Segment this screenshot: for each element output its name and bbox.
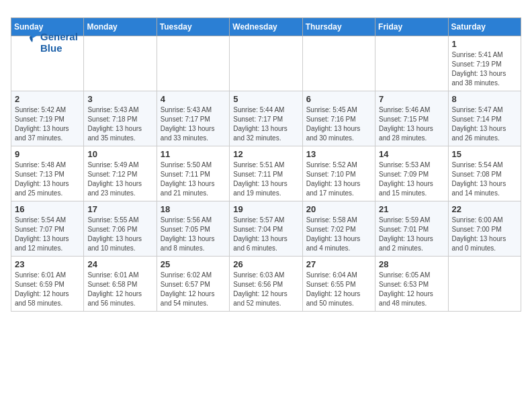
day-info: Sunrise: 5:48 AM Sunset: 7:13 PM Dayligh… [15,161,80,198]
day-header-monday: Monday [84,18,157,36]
day-info: Sunrise: 5:42 AM Sunset: 7:19 PM Dayligh… [15,105,80,143]
day-header-saturday: Saturday [448,18,521,36]
calendar-cell [375,36,448,91]
calendar-cell: 1Sunrise: 5:41 AM Sunset: 7:19 PM Daylig… [448,36,521,91]
calendar-cell [84,36,157,91]
calendar-cell: 9Sunrise: 5:48 AM Sunset: 7:13 PM Daylig… [11,146,84,201]
day-number: 22 [452,204,517,214]
calendar-cell: 26Sunrise: 6:03 AM Sunset: 6:56 PM Dayli… [230,257,302,312]
day-info: Sunrise: 5:46 AM Sunset: 7:15 PM Dayligh… [379,105,444,143]
calendar-cell: 16Sunrise: 5:54 AM Sunset: 7:07 PM Dayli… [11,201,84,257]
day-number: 19 [233,204,298,214]
calendar-cell: 28Sunrise: 6:05 AM Sunset: 6:53 PM Dayli… [375,257,448,312]
day-info: Sunrise: 6:04 AM Sunset: 6:55 PM Dayligh… [306,271,371,308]
day-number: 14 [379,149,444,159]
day-number: 1 [452,39,517,49]
logo-bird-icon [24,32,39,53]
day-number: 13 [306,149,371,159]
day-number: 26 [233,259,298,269]
day-info: Sunrise: 5:56 AM Sunset: 7:05 PM Dayligh… [161,216,226,253]
day-header-wednesday: Wednesday [230,18,302,36]
day-info: Sunrise: 5:50 AM Sunset: 7:11 PM Dayligh… [161,161,226,198]
calendar-cell: 23Sunrise: 6:01 AM Sunset: 6:59 PM Dayli… [11,257,84,312]
calendar-cell: 21Sunrise: 5:59 AM Sunset: 7:01 PM Dayli… [375,201,448,257]
day-number: 23 [15,259,80,269]
week-row-4: 16Sunrise: 5:54 AM Sunset: 7:07 PM Dayli… [11,201,521,257]
day-info: Sunrise: 5:53 AM Sunset: 7:09 PM Dayligh… [379,161,444,198]
calendar-cell: 5Sunrise: 5:44 AM Sunset: 7:17 PM Daylig… [230,91,302,146]
week-row-1: 1Sunrise: 5:41 AM Sunset: 7:19 PM Daylig… [11,36,521,91]
day-info: Sunrise: 5:54 AM Sunset: 7:08 PM Dayligh… [452,161,517,198]
calendar-cell: 4Sunrise: 5:43 AM Sunset: 7:17 PM Daylig… [157,91,229,146]
day-number: 16 [15,204,80,214]
calendar-cell: 17Sunrise: 5:55 AM Sunset: 7:06 PM Dayli… [84,201,157,257]
day-number: 27 [306,259,371,269]
day-header-thursday: Thursday [302,18,375,36]
calendar-cell: 10Sunrise: 5:49 AM Sunset: 7:12 PM Dayli… [84,146,157,201]
calendar-cell: 27Sunrise: 6:04 AM Sunset: 6:55 PM Dayli… [302,257,375,312]
calendar-cell: 14Sunrise: 5:53 AM Sunset: 7:09 PM Dayli… [375,146,448,201]
day-info: Sunrise: 6:03 AM Sunset: 6:56 PM Dayligh… [233,271,298,308]
header-row: SundayMondayTuesdayWednesdayThursdayFrid… [11,18,521,36]
logo-text: General Blue [40,31,78,54]
day-number: 28 [379,259,444,269]
day-info: Sunrise: 6:01 AM Sunset: 6:59 PM Dayligh… [15,271,80,308]
day-number: 20 [306,204,371,214]
day-header-tuesday: Tuesday [157,18,229,36]
logo: General Blue [24,31,78,54]
day-info: Sunrise: 5:51 AM Sunset: 7:11 PM Dayligh… [233,161,298,198]
day-info: Sunrise: 5:49 AM Sunset: 7:12 PM Dayligh… [87,161,152,198]
day-info: Sunrise: 5:52 AM Sunset: 7:10 PM Dayligh… [306,161,371,198]
day-number: 10 [87,149,152,159]
day-number: 6 [306,94,371,104]
calendar-cell: 25Sunrise: 6:02 AM Sunset: 6:57 PM Dayli… [157,257,229,312]
day-info: Sunrise: 5:58 AM Sunset: 7:02 PM Dayligh… [306,216,371,253]
day-number: 12 [233,149,298,159]
day-info: Sunrise: 5:44 AM Sunset: 7:17 PM Dayligh… [233,105,298,143]
calendar-cell: 24Sunrise: 6:01 AM Sunset: 6:58 PM Dayli… [84,257,157,312]
day-info: Sunrise: 5:45 AM Sunset: 7:16 PM Dayligh… [306,105,371,143]
day-info: Sunrise: 5:43 AM Sunset: 7:18 PM Dayligh… [87,105,152,143]
calendar-cell [230,36,302,91]
calendar-cell: 19Sunrise: 5:57 AM Sunset: 7:04 PM Dayli… [230,201,302,257]
day-info: Sunrise: 5:41 AM Sunset: 7:19 PM Dayligh… [452,50,517,88]
day-info: Sunrise: 5:43 AM Sunset: 7:17 PM Dayligh… [161,105,226,143]
logo-blue: Blue [40,42,78,54]
calendar-cell: 12Sunrise: 5:51 AM Sunset: 7:11 PM Dayli… [230,146,302,201]
day-number: 2 [15,94,80,104]
calendar-cell: 22Sunrise: 6:00 AM Sunset: 7:00 PM Dayli… [448,201,521,257]
calendar-cell: 13Sunrise: 5:52 AM Sunset: 7:10 PM Dayli… [302,146,375,201]
day-info: Sunrise: 6:05 AM Sunset: 6:53 PM Dayligh… [379,271,444,308]
calendar-cell [302,36,375,91]
calendar-cell: 18Sunrise: 5:56 AM Sunset: 7:05 PM Dayli… [157,201,229,257]
day-info: Sunrise: 5:47 AM Sunset: 7:14 PM Dayligh… [452,105,517,143]
day-number: 18 [161,204,226,214]
calendar-cell: 3Sunrise: 5:43 AM Sunset: 7:18 PM Daylig… [84,91,157,146]
logo-container: General Blue [24,31,78,54]
day-number: 4 [161,94,226,104]
calendar-cell: 7Sunrise: 5:46 AM Sunset: 7:15 PM Daylig… [375,91,448,146]
day-info: Sunrise: 5:54 AM Sunset: 7:07 PM Dayligh… [15,216,80,253]
day-header-friday: Friday [375,18,448,36]
week-row-2: 2Sunrise: 5:42 AM Sunset: 7:19 PM Daylig… [11,91,521,146]
day-number: 21 [379,204,444,214]
calendar-cell: 8Sunrise: 5:47 AM Sunset: 7:14 PM Daylig… [448,91,521,146]
week-row-3: 9Sunrise: 5:48 AM Sunset: 7:13 PM Daylig… [11,146,521,201]
calendar-cell: 6Sunrise: 5:45 AM Sunset: 7:16 PM Daylig… [302,91,375,146]
day-number: 3 [87,94,152,104]
day-number: 5 [233,94,298,104]
day-number: 8 [452,94,517,104]
calendar-cell: 20Sunrise: 5:58 AM Sunset: 7:02 PM Dayli… [302,201,375,257]
calendar-cell: 11Sunrise: 5:50 AM Sunset: 7:11 PM Dayli… [157,146,229,201]
day-number: 24 [87,259,152,269]
day-number: 11 [161,149,226,159]
day-number: 9 [15,149,80,159]
day-info: Sunrise: 6:00 AM Sunset: 7:00 PM Dayligh… [452,216,517,253]
day-info: Sunrise: 5:57 AM Sunset: 7:04 PM Dayligh… [233,216,298,253]
logo-general: General [40,31,78,42]
calendar-table: SundayMondayTuesdayWednesdayThursdayFrid… [11,17,521,312]
day-number: 25 [161,259,226,269]
calendar-cell: 15Sunrise: 5:54 AM Sunset: 7:08 PM Dayli… [448,146,521,201]
day-info: Sunrise: 5:59 AM Sunset: 7:01 PM Dayligh… [379,216,444,253]
day-number: 7 [379,94,444,104]
